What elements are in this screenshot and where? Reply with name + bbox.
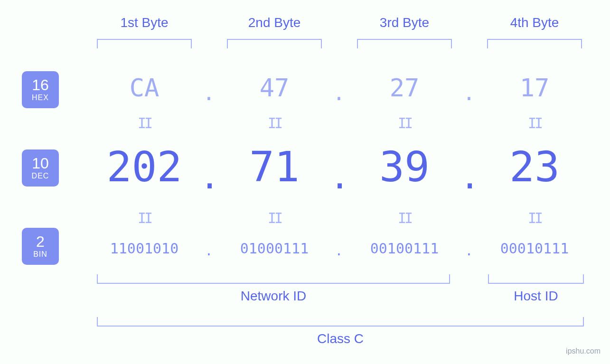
network-id-label: Network ID (97, 289, 450, 304)
class-label: Class C (97, 331, 584, 346)
bin-dot-2: . (329, 243, 348, 259)
dec-byte-2: 71 (227, 142, 322, 191)
badge-bin-num: 2 (36, 234, 45, 249)
dec-dot-1: . (199, 157, 218, 196)
hex-byte-2: 47 (227, 74, 322, 102)
eq-decbin-3: II (357, 210, 452, 226)
byte-bracket-3 (357, 39, 452, 48)
dec-dot-3: . (460, 157, 479, 196)
eq-decbin-2: II (227, 210, 322, 226)
class-bracket (97, 317, 584, 327)
badge-dec-num: 10 (32, 156, 49, 171)
byte-header-2: 2nd Byte (227, 15, 322, 30)
byte-header-4: 4th Byte (487, 15, 582, 30)
dec-byte-1: 202 (97, 142, 192, 191)
badge-hex: 16 HEX (22, 71, 59, 108)
badge-hex-num: 16 (32, 77, 49, 93)
network-bracket (97, 274, 450, 284)
badge-bin: 2 BIN (22, 228, 59, 265)
badge-dec: 10 DEC (22, 149, 59, 187)
eq-decbin-1: II (97, 210, 192, 226)
badge-bin-txt: BIN (33, 250, 47, 259)
bin-dot-3: . (460, 243, 479, 259)
hex-byte-4: 17 (487, 74, 582, 102)
dec-byte-3: 39 (357, 142, 452, 191)
byte-bracket-1 (97, 39, 192, 48)
byte-bracket-4 (487, 39, 582, 48)
bin-byte-3: 00100111 (357, 240, 452, 257)
eq-hexdec-3: II (357, 115, 452, 131)
badge-dec-txt: DEC (32, 172, 49, 180)
bin-byte-2: 01000111 (227, 240, 322, 257)
ip-diagram: 1st Byte 2nd Byte 3rd Byte 4th Byte 16 H… (0, 0, 610, 364)
hex-byte-3: 27 (357, 74, 452, 102)
byte-bracket-2 (227, 39, 322, 48)
eq-hexdec-1: II (97, 115, 192, 131)
eq-hexdec-4: II (487, 115, 582, 131)
dec-byte-4: 23 (487, 142, 582, 191)
watermark: ipshu.com (566, 347, 601, 355)
bin-byte-1: 11001010 (97, 240, 192, 257)
hex-dot-2: . (329, 81, 348, 105)
byte-header-3: 3rd Byte (357, 15, 452, 30)
host-id-label: Host ID (488, 289, 584, 304)
hex-dot-1: . (199, 81, 218, 105)
eq-decbin-4: II (487, 210, 582, 226)
byte-header-1: 1st Byte (97, 15, 192, 30)
eq-hexdec-2: II (227, 115, 322, 131)
host-bracket (488, 274, 584, 284)
hex-dot-3: . (460, 81, 479, 105)
hex-byte-1: CA (97, 74, 192, 102)
badge-hex-txt: HEX (32, 93, 49, 102)
dec-dot-2: . (329, 157, 348, 196)
bin-dot-1: . (199, 243, 218, 259)
bin-byte-4: 00010111 (487, 240, 582, 257)
